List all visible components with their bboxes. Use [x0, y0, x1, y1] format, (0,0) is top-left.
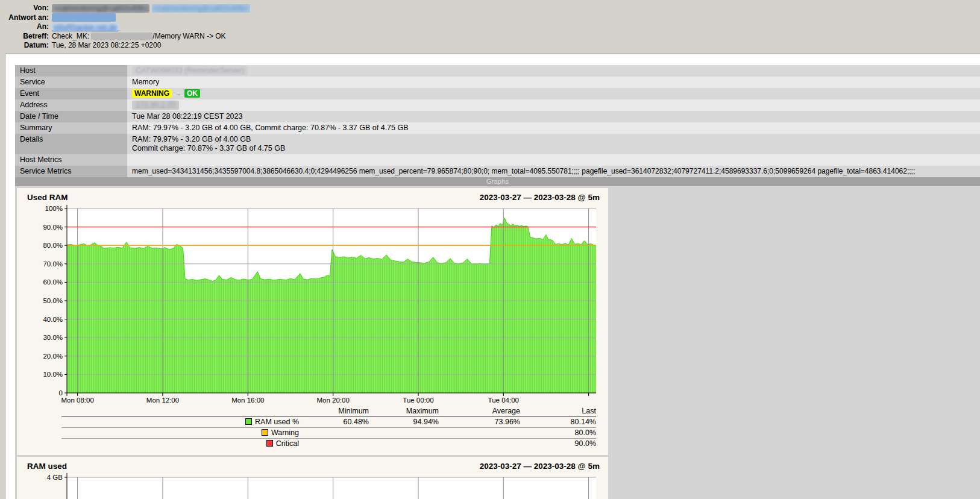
email-from-row: Von: <catmonitoring@catl02v406> <catmoni…	[0, 4, 980, 13]
svg-text:Mon 16:00: Mon 16:00	[231, 397, 264, 404]
svg-text:Mon 08:00: Mon 08:00	[61, 397, 93, 404]
reply-to-label: Antwort an:	[0, 13, 52, 23]
legend-label: RAM used %	[255, 418, 299, 426]
details-label: Details	[15, 134, 127, 154]
from-label: Von:	[0, 4, 52, 13]
svg-text:20.0%: 20.0%	[43, 352, 63, 359]
to-address-link[interactable]: info@hacker-net.de	[52, 23, 119, 31]
legend-column-header: Maximum	[369, 407, 439, 415]
table-row-details: Details RAM: 79.97% - 3.20 GB of 4.00 GB…	[15, 134, 980, 154]
legend-value: 80.14%	[520, 418, 596, 426]
table-row-host: Host CATW098033 (ReminderServer)	[15, 65, 980, 77]
legend-value: 94.94%	[369, 418, 439, 426]
legend-row: Critical90.0%	[61, 438, 596, 449]
host-metrics-label: Host Metrics	[15, 154, 127, 166]
graph1-legend: MinimumMaximumAverageLastRAM used %60.48…	[61, 406, 596, 455]
graph1-title: Used RAM	[27, 193, 68, 202]
message-body: Host CATW098033 (ReminderServer) Service…	[5, 54, 980, 499]
svg-text:50.0%: 50.0%	[43, 297, 63, 304]
email-date-row: Datum: Tue, 28 Mar 2023 08:22:25 +0200	[0, 41, 980, 51]
legend-swatch-icon	[262, 429, 268, 436]
service-metrics-value: mem_used=3434131456;3435597004.8;3865046…	[127, 166, 980, 177]
host-value-redacted: CATW098033 (ReminderServer)	[132, 66, 248, 75]
address-value-redacted: 172.30.1.70	[132, 101, 179, 110]
svg-text:10.0%: 10.0%	[43, 371, 63, 378]
table-row-event: Event WARNING→OK	[15, 88, 980, 99]
svg-text:40.0%: 40.0%	[43, 315, 63, 322]
service-info-table: Host CATW098033 (ReminderServer) Service…	[15, 65, 980, 177]
service-metrics-label: Service Metrics	[15, 166, 127, 177]
graphs-section-header: Graphs	[15, 177, 980, 186]
service-label: Service	[15, 77, 127, 88]
graph1-date-range: 2023-03-27 — 2023-03-28 @ 5m	[480, 193, 600, 202]
svg-text:0: 0	[59, 389, 63, 397]
email-to-row: An: info@hacker-net.de	[0, 22, 980, 32]
legend-value: 90.0%	[520, 439, 596, 448]
summary-value: RAM: 79.97% - 3.20 GB of 4.00 GB, Commit…	[127, 122, 980, 134]
svg-text:60.0%: 60.0%	[43, 278, 63, 286]
svg-text:70.0%: 70.0%	[43, 260, 63, 267]
svg-text:Mon 20:00: Mon 20:00	[316, 397, 349, 404]
svg-text:90.0%: 90.0%	[43, 223, 63, 230]
summary-label: Summary	[15, 122, 127, 134]
details-line-2: Commit charge: 70.87% - 3.37 GB of 4.75 …	[132, 144, 975, 153]
table-row-address: Address 172.30.1.70	[15, 99, 980, 111]
from-redacted-block-2: <catmonitoring@catl02v406>	[152, 4, 250, 13]
email-subject-row: Betreff: Check_MK: /Memory WARN -> OK	[0, 32, 980, 42]
graph-card-ram-used: RAM used 2023-03-27 — 2023-03-28 @ 5m 4 …	[17, 457, 608, 499]
legend-column-header: Minimum	[299, 407, 369, 415]
ram-used-bytes-chart: 4 GB	[17, 471, 608, 499]
legend-row: Warning80.0%	[61, 427, 596, 438]
legend-value: 80.0%	[520, 428, 596, 437]
svg-text:4 GB: 4 GB	[47, 474, 63, 481]
graph2-date-range: 2023-03-27 — 2023-03-28 @ 5m	[480, 462, 600, 471]
date-value: Tue, 28 Mar 2023 08:22:25 +0200	[52, 41, 161, 51]
table-row-summary: Summary RAM: 79.97% - 3.20 GB of 4.00 GB…	[15, 122, 980, 134]
state-transition-arrow-icon: →	[175, 90, 181, 97]
table-row-host-metrics: Host Metrics	[15, 154, 980, 166]
details-value: RAM: 79.97% - 3.20 GB of 4.00 GB Commit …	[127, 134, 980, 154]
table-row-service: Service Memory	[15, 77, 980, 88]
email-reply-to-row: Antwort an:	[0, 13, 980, 23]
email-header: Von: <catmonitoring@catl02v406> <catmoni…	[0, 0, 980, 54]
svg-text:Mon 12:00: Mon 12:00	[146, 397, 179, 404]
ok-state-badge: OK	[184, 89, 200, 98]
subject-prefix: Check_MK:	[52, 32, 91, 42]
legend-value: 60.48%	[299, 418, 369, 426]
event-label: Event	[15, 88, 127, 99]
reply-to-redacted-block	[52, 13, 116, 22]
to-label: An:	[0, 22, 52, 32]
host-label: Host	[15, 65, 127, 77]
legend-value: 73.96%	[439, 418, 520, 426]
subject-suffix: /Memory WARN -> OK	[152, 32, 225, 42]
legend-label: Critical	[276, 439, 299, 448]
datetime-label: Date / Time	[15, 111, 127, 122]
svg-text:Tue 00:00: Tue 00:00	[403, 397, 433, 404]
graph2-title: RAM used	[27, 462, 67, 471]
warning-state-badge: WARNING	[132, 89, 172, 98]
legend-column-header: Average	[439, 407, 520, 415]
table-row-service-metrics: Service Metrics mem_used=3434131456;3435…	[15, 166, 980, 177]
svg-text:80.0%: 80.0%	[43, 242, 63, 249]
svg-text:100%: 100%	[45, 205, 63, 212]
legend-swatch-icon	[266, 440, 273, 447]
legend-header-row: MinimumMaximumAverageLast	[61, 406, 596, 416]
details-line-1: RAM: 79.97% - 3.20 GB of 4.00 GB	[132, 135, 975, 144]
legend-label: Warning	[271, 428, 299, 437]
svg-text:30.0%: 30.0%	[43, 334, 63, 341]
legend-column-header: Last	[520, 407, 596, 415]
datetime-value: Tue Mar 28 08:22:19 CEST 2023	[127, 111, 980, 122]
ram-used-percent-chart: 010.0%20.0%30.0%40.0%50.0%60.0%70.0%80.0…	[17, 202, 608, 405]
svg-text:Tue 04:00: Tue 04:00	[488, 397, 519, 404]
subject-label: Betreff:	[0, 32, 52, 42]
address-label: Address	[15, 99, 127, 111]
graphs-section: Used RAM 2023-03-27 — 2023-03-28 @ 5m 01…	[15, 186, 980, 499]
service-value: Memory	[127, 77, 980, 88]
legend-swatch-icon	[245, 418, 252, 425]
legend-row: RAM used %60.48%94.94%73.96%80.14%	[61, 416, 596, 427]
host-metrics-value	[127, 154, 980, 166]
graph-card-used-ram: Used RAM 2023-03-27 — 2023-03-28 @ 5m 01…	[17, 188, 608, 455]
subject-redacted-block	[91, 33, 152, 40]
table-row-datetime: Date / Time Tue Mar 28 08:22:19 CEST 202…	[15, 111, 980, 122]
date-label: Datum:	[0, 41, 52, 51]
